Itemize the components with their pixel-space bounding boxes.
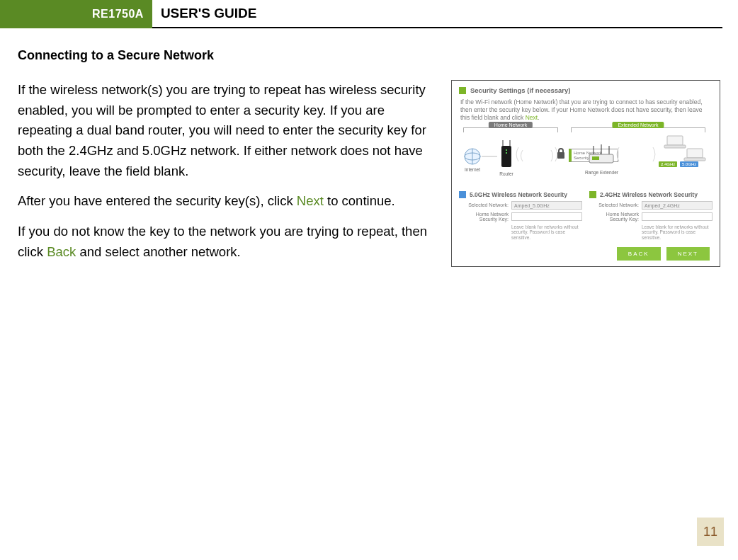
selected-network-label: Selected Network: bbox=[589, 202, 639, 207]
security-key-label: Home Network Security Key: bbox=[459, 212, 509, 222]
security-24ghz-column: 2.4GHz Wireless Network Security Selecte… bbox=[589, 191, 713, 240]
selected-network-5ghz[interactable]: Amped_5.0GHz bbox=[511, 201, 582, 210]
model-number: RE1750A bbox=[92, 8, 144, 21]
paragraph-3: If you do not know the key to the networ… bbox=[18, 222, 438, 262]
paragraph-2: After you have entered the security key(… bbox=[18, 191, 438, 212]
selected-network-label: Selected Network: bbox=[459, 202, 509, 207]
band-24-tag: 2.4GHz bbox=[659, 161, 677, 167]
internet-icon: Internet bbox=[463, 147, 482, 172]
security-key-5ghz-input[interactable] bbox=[511, 212, 582, 221]
sec-24ghz-heading: 2.4GHz Wireless Network Security bbox=[600, 191, 698, 198]
next-button[interactable]: NEXT bbox=[666, 247, 710, 261]
lock-icon bbox=[555, 147, 567, 161]
bullet-icon bbox=[459, 87, 466, 94]
figure-title: Security Settings (if necessary) bbox=[470, 86, 571, 94]
bullet-icon bbox=[459, 191, 466, 198]
svg-rect-6 bbox=[501, 146, 511, 167]
svg-rect-18 bbox=[684, 158, 705, 161]
security-key-24ghz-input[interactable] bbox=[642, 212, 713, 221]
svg-rect-14 bbox=[592, 156, 599, 160]
model-badge: RE1750A bbox=[0, 0, 152, 28]
security-settings-figure: Security Settings (if necessary) If the … bbox=[451, 80, 720, 267]
body-text: If the wireless network(s) you are tryin… bbox=[18, 80, 438, 272]
extended-network-label: Extended Network bbox=[612, 122, 664, 128]
next-link: Next bbox=[297, 193, 324, 208]
selected-network-24ghz[interactable]: Amped_2.4GHz bbox=[642, 201, 713, 210]
network-diagram: Home Network Extended Network Internet bbox=[459, 127, 713, 187]
page-header: RE1750A USER'S GUIDE bbox=[0, 0, 738, 28]
sec-5ghz-heading: 5.0GHz Wireless Network Security bbox=[470, 191, 567, 198]
svg-rect-9 bbox=[557, 152, 564, 159]
wifi-signal-icon bbox=[516, 143, 558, 173]
svg-point-8 bbox=[506, 152, 507, 154]
back-button[interactable]: BACK bbox=[617, 247, 661, 261]
security-note: Leave blank for networks without securit… bbox=[459, 224, 582, 240]
back-link: Back bbox=[47, 244, 76, 259]
guide-title: USER'S GUIDE bbox=[152, 0, 722, 28]
bullet-icon bbox=[589, 191, 596, 198]
page-content: Connecting to a Secure Network If the wi… bbox=[0, 28, 738, 272]
home-network-label: Home Network bbox=[489, 122, 533, 128]
laptop-icon bbox=[683, 147, 707, 163]
security-key-label: Home Network Security Key: bbox=[589, 212, 639, 222]
section-heading: Connecting to a Secure Network bbox=[18, 48, 720, 63]
svg-point-7 bbox=[506, 149, 507, 151]
svg-rect-15 bbox=[667, 136, 683, 145]
router-icon: Router bbox=[499, 139, 514, 176]
paragraph-1: If the wireless network(s) you are tryin… bbox=[18, 80, 438, 181]
range-extender-icon: Range Extender bbox=[585, 144, 618, 175]
svg-rect-17 bbox=[687, 149, 703, 158]
page-number: 11 bbox=[697, 518, 724, 546]
wifi-signal-icon bbox=[616, 143, 656, 173]
security-5ghz-column: 5.0GHz Wireless Network Security Selecte… bbox=[459, 191, 582, 240]
security-note: Leave blank for networks without securit… bbox=[589, 224, 713, 240]
